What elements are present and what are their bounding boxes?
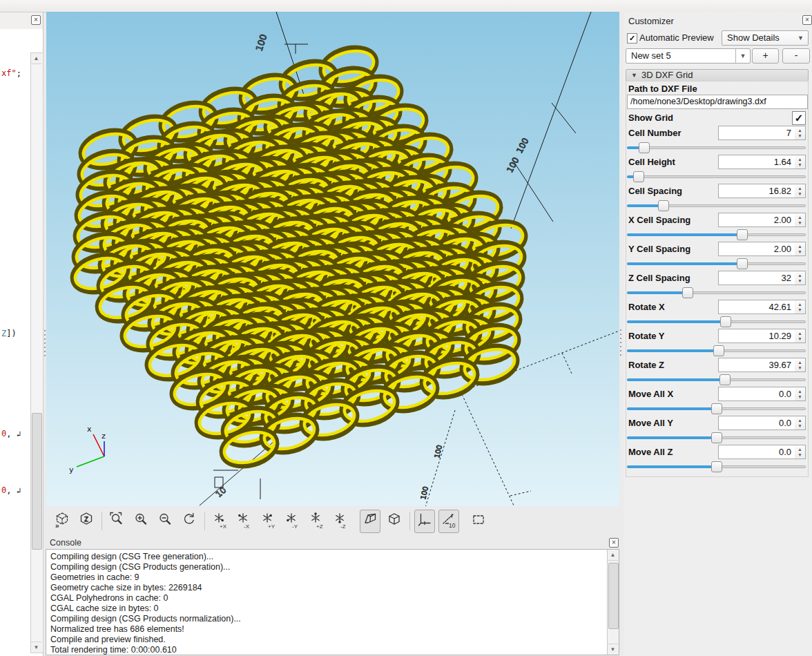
zoom-all-button[interactable]: [106, 510, 127, 533]
spinbox-arrows[interactable]: ▲▼: [795, 445, 806, 459]
slider-thumb[interactable]: [658, 200, 669, 211]
spin-up-icon[interactable]: ▲: [795, 331, 805, 336]
spinbox-arrows[interactable]: ▲▼: [795, 271, 806, 285]
param-slider[interactable]: [627, 229, 806, 240]
spin-up-icon[interactable]: ▲: [795, 273, 805, 278]
param-slider[interactable]: [627, 258, 806, 269]
spin-down-icon[interactable]: ▼: [795, 191, 805, 196]
console-scrollbar[interactable]: ▲ ▼: [607, 550, 619, 655]
console-scroll-up-icon[interactable]: ▲: [608, 550, 618, 561]
spin-up-icon[interactable]: ▲: [795, 128, 805, 133]
view-right-button[interactable]: +X: [209, 510, 230, 533]
preview-button[interactable]: »: [52, 510, 72, 533]
slider-thumb[interactable]: [720, 316, 731, 327]
spin-up-icon[interactable]: ▲: [795, 215, 805, 220]
editor-scroll-up-icon[interactable]: ▲: [31, 53, 41, 64]
param-slider[interactable]: [627, 200, 806, 211]
editor-scroll-down-icon[interactable]: ▼: [31, 641, 41, 653]
param-spinbox[interactable]: 39.67: [718, 358, 795, 372]
chevron-down-icon[interactable]: ▼: [735, 49, 750, 63]
slider-thumb[interactable]: [682, 287, 693, 298]
spin-down-icon[interactable]: ▼: [795, 394, 805, 399]
slider-thumb[interactable]: [713, 345, 724, 356]
spinbox-arrows[interactable]: ▲▼: [795, 242, 806, 256]
editor-close-icon[interactable]: ×: [31, 15, 41, 25]
zoom-out-button[interactable]: [155, 510, 175, 533]
spinbox-arrows[interactable]: ▲▼: [795, 126, 806, 140]
editor-scrollbar[interactable]: ▲ ▼: [30, 52, 44, 653]
param-spinbox[interactable]: 0.0: [718, 416, 795, 430]
zoom-in-button[interactable]: [130, 510, 151, 533]
param-slider[interactable]: [627, 171, 806, 182]
customizer-close-icon[interactable]: ×: [802, 15, 812, 25]
section-header-3d-dxf-grid[interactable]: ▼ 3D DXF Grid: [626, 69, 809, 81]
automatic-preview-checkbox[interactable]: ✓: [627, 33, 637, 44]
slider-track[interactable]: [627, 175, 806, 178]
orthogonal-button[interactable]: [384, 510, 405, 533]
spin-up-icon[interactable]: ▲: [795, 418, 805, 423]
spin-up-icon[interactable]: ▲: [795, 389, 805, 394]
param-slider[interactable]: [627, 403, 806, 414]
spin-up-icon[interactable]: ▲: [795, 302, 805, 307]
param-spinbox[interactable]: 42.61: [718, 300, 795, 314]
slider-thumb[interactable]: [633, 171, 644, 182]
param-spinbox[interactable]: 16.82: [718, 184, 795, 198]
view-left-button[interactable]: -X: [233, 510, 254, 533]
spinbox-arrows[interactable]: ▲▼: [795, 387, 806, 401]
spinbox-arrows[interactable]: ▲▼: [795, 213, 806, 227]
spinbox-arrows[interactable]: ▲▼: [795, 184, 806, 198]
dxf-path-input[interactable]: /home/none3/Desktop/drawing3.dxf: [627, 95, 808, 109]
param-slider[interactable]: [627, 461, 806, 472]
param-slider[interactable]: [627, 316, 806, 327]
show-axes-button[interactable]: [414, 510, 435, 533]
slider-thumb[interactable]: [737, 258, 748, 269]
console-log[interactable]: Compiling design (CSG Tree generation)..…: [46, 549, 619, 655]
console-scrollbar-thumb[interactable]: [608, 563, 619, 629]
spin-up-icon[interactable]: ▲: [795, 186, 805, 191]
details-dropdown[interactable]: Show Details ▼: [722, 30, 809, 46]
spin-down-icon[interactable]: ▼: [795, 365, 805, 370]
param-spinbox[interactable]: 7: [718, 126, 795, 140]
show-edges-button[interactable]: [468, 510, 489, 533]
viewport-3d[interactable]: 10010010010010010xyz: [46, 12, 619, 506]
view-front-button[interactable]: -Y: [282, 510, 302, 533]
param-slider[interactable]: [627, 432, 806, 443]
slider-thumb[interactable]: [711, 432, 722, 443]
perspective-button[interactable]: [360, 510, 380, 533]
spinbox-arrows[interactable]: ▲▼: [795, 358, 806, 372]
spin-up-icon[interactable]: ▲: [795, 244, 805, 249]
view-back-button[interactable]: +Y: [258, 510, 278, 533]
slider-thumb[interactable]: [737, 229, 748, 240]
param-spinbox[interactable]: 0.0: [718, 387, 795, 401]
spinbox-arrows[interactable]: ▲▼: [795, 329, 806, 343]
render-button[interactable]: [76, 510, 97, 533]
preset-combobox[interactable]: New set 5 ▼: [626, 48, 751, 64]
console-close-icon[interactable]: ×: [609, 538, 619, 548]
param-spinbox[interactable]: 10.29: [718, 329, 795, 343]
spin-down-icon[interactable]: ▼: [795, 162, 805, 167]
spin-down-icon[interactable]: ▼: [795, 307, 805, 312]
reset-view-button[interactable]: [179, 510, 200, 533]
slider-thumb[interactable]: [711, 403, 722, 414]
show-grid-checkbox[interactable]: ✓: [792, 111, 806, 125]
slider-track[interactable]: [627, 146, 806, 149]
spin-up-icon[interactable]: ▲: [795, 157, 805, 162]
view-top-button[interactable]: +Z: [306, 510, 327, 533]
spin-down-icon[interactable]: ▼: [795, 220, 805, 225]
spin-down-icon[interactable]: ▼: [795, 133, 805, 138]
view-bottom-button[interactable]: -Z: [330, 510, 351, 533]
param-slider[interactable]: [627, 142, 806, 153]
slider-thumb[interactable]: [711, 461, 722, 472]
spin-up-icon[interactable]: ▲: [795, 360, 805, 365]
spin-down-icon[interactable]: ▼: [795, 336, 805, 341]
spin-down-icon[interactable]: ▼: [795, 423, 805, 428]
add-preset-button[interactable]: +: [752, 48, 779, 64]
slider-thumb[interactable]: [639, 142, 650, 153]
spinbox-arrows[interactable]: ▲▼: [795, 300, 806, 314]
param-slider[interactable]: [627, 345, 806, 356]
param-spinbox[interactable]: 2.00: [718, 213, 795, 227]
param-spinbox[interactable]: 0.0: [718, 445, 795, 459]
spinbox-arrows[interactable]: ▲▼: [795, 416, 806, 430]
param-spinbox[interactable]: 32: [718, 271, 795, 285]
spin-down-icon[interactable]: ▼: [795, 278, 805, 283]
